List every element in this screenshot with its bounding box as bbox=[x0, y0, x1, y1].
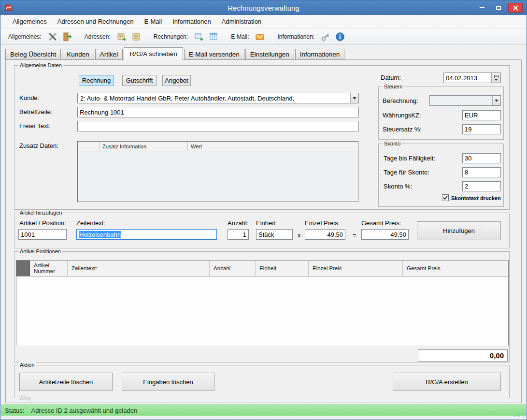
allgemeine-daten-group: Allgemeine Daten Rechnung Gutschrift Ang… bbox=[14, 65, 510, 210]
kunde-select[interactable]: 2: Auto- & Motorrad Handel GbR, Peter Au… bbox=[77, 93, 359, 103]
watermark-text: Blog bbox=[20, 395, 30, 401]
exit-button[interactable] bbox=[61, 30, 73, 43]
rechnung-button[interactable]: Rechnung bbox=[79, 75, 114, 86]
minimize-button[interactable] bbox=[475, 3, 489, 13]
waehrungskz-label: WährungsKZ: bbox=[383, 112, 421, 119]
status-bar: Status: Adresse ID 2 ausgewählt und gela… bbox=[1, 405, 526, 416]
address-book-button[interactable] bbox=[130, 30, 142, 43]
close-button[interactable] bbox=[508, 3, 523, 13]
tage-bis-faelligkeit-input[interactable] bbox=[462, 153, 501, 163]
betreffzeile-input[interactable] bbox=[77, 107, 359, 117]
tab-email-versenden[interactable]: E-Mail versenden bbox=[184, 49, 244, 60]
anzahl-input[interactable] bbox=[228, 229, 249, 240]
col-einheit[interactable]: Einheit bbox=[256, 261, 309, 276]
col-gesamt-preis[interactable]: Gesamt Preis bbox=[403, 261, 508, 276]
chevron-down-icon bbox=[350, 93, 358, 103]
tab-rga-schreiben[interactable]: R/G/A schreiben bbox=[124, 47, 183, 60]
anzahl-label: Anzahl: bbox=[228, 219, 248, 227]
address-add-button[interactable] bbox=[115, 30, 128, 43]
col-einzel-preis[interactable]: Einzel Preis bbox=[309, 261, 403, 276]
tab-einstellungen[interactable]: Einstellungen bbox=[245, 49, 294, 60]
eingaben-loeschen-button[interactable]: Eingaben löschen bbox=[122, 373, 214, 391]
col-row-selector[interactable] bbox=[16, 261, 30, 276]
menu-bar: Allgemeines Adressen und Rechnungen E-Ma… bbox=[0, 15, 527, 29]
datum-value: 04.02.2013 bbox=[446, 74, 491, 82]
zeilentext-input[interactable]: Holzeisenbahn bbox=[76, 229, 217, 240]
col-anzahl[interactable]: Anzahl bbox=[210, 261, 256, 276]
application-window: Rechnungsverwaltung Allgemeines Adressen… bbox=[0, 0, 527, 420]
einheit-input[interactable] bbox=[256, 229, 293, 240]
minimize-icon bbox=[480, 7, 484, 8]
key-button[interactable] bbox=[319, 30, 332, 43]
tab-informationen[interactable]: Informationen bbox=[295, 49, 345, 60]
toolbar-label-email: E-Mail: bbox=[231, 33, 249, 40]
tools-button[interactable] bbox=[46, 30, 59, 43]
status-message: Adresse ID 2 ausgewählt und geladen bbox=[31, 407, 137, 414]
einzelpreis-label: Einzel Preis: bbox=[305, 219, 340, 227]
zusatz-daten-table: Zusatz Information Wert bbox=[77, 141, 358, 202]
zusatz-col-wert[interactable]: Wert bbox=[188, 142, 358, 151]
rga-erstellen-button[interactable]: R/G/A erstellen bbox=[393, 373, 501, 391]
gesamtpreis-input[interactable] bbox=[361, 229, 409, 240]
toolbar-separator bbox=[80, 31, 80, 43]
artikel-position-input[interactable] bbox=[18, 229, 67, 240]
chevron-down-icon bbox=[494, 79, 498, 81]
toolbar-label-informationen: Informationen: bbox=[277, 33, 314, 40]
artikel-positionen-table: Artikel Nummer Zeilentext: Anzahl Einhei… bbox=[16, 260, 509, 346]
artikel-positionen-table-body[interactable] bbox=[16, 276, 508, 346]
allgemeine-daten-group-label: Allgemeine Daten bbox=[18, 62, 63, 68]
tage-fuer-skonto-label: Tage für Skonto: bbox=[384, 169, 429, 176]
tage-fuer-skonto-input[interactable] bbox=[462, 167, 501, 177]
menu-allgemeines[interactable]: Allgemeines bbox=[7, 15, 52, 28]
toolbar: Allgemeines: Adressen: bbox=[0, 29, 527, 45]
waehrungskz-input[interactable] bbox=[462, 110, 501, 120]
exit-door-icon bbox=[62, 32, 72, 42]
angebot-button[interactable]: Angebot bbox=[162, 75, 191, 86]
steuersatz-label: Steuersatz %: bbox=[383, 126, 422, 133]
gutschrift-button[interactable]: Gutschrift bbox=[122, 75, 157, 86]
zusatz-col-selector[interactable] bbox=[78, 142, 100, 151]
tab-artikel[interactable]: Artikel bbox=[95, 49, 123, 60]
zusatz-col-information[interactable]: Zusatz Information bbox=[100, 142, 188, 151]
aktion-group-label: Aktion bbox=[18, 362, 36, 368]
datum-label: Datum: bbox=[381, 74, 401, 81]
menu-email[interactable]: E-Mail bbox=[139, 15, 167, 28]
artikel-positionen-table-header: Artikel Nummer Zeilentext: Anzahl Einhei… bbox=[16, 261, 508, 276]
skonto-prozent-input[interactable] bbox=[462, 181, 501, 191]
email-button[interactable] bbox=[254, 30, 266, 43]
kunde-label: Kunde: bbox=[19, 94, 39, 101]
col-artikel-nummer[interactable]: Artikel Nummer bbox=[30, 261, 68, 276]
freier-text-label: Freier Text: bbox=[19, 122, 51, 130]
address-add-icon bbox=[117, 32, 127, 42]
menu-adressen-und-rechnungen[interactable]: Adressen und Rechnungen bbox=[52, 15, 139, 28]
menu-informationen[interactable]: Informationen bbox=[167, 15, 216, 28]
artikel-hinzufuegen-group: Artikel hinzufügen Artikel / Position: Z… bbox=[14, 213, 510, 248]
calendar-dropdown-button[interactable] bbox=[491, 73, 500, 83]
info-button[interactable] bbox=[334, 30, 346, 43]
skontotext-drucken-checkbox[interactable] bbox=[442, 194, 449, 201]
tab-kunden[interactable]: Kunden bbox=[62, 49, 94, 60]
col-zeilentext[interactable]: Zeilentext: bbox=[68, 261, 210, 276]
steuern-group-label: Steuern bbox=[383, 84, 404, 89]
multiply-symbol: x bbox=[298, 232, 301, 239]
steuersatz-input[interactable] bbox=[462, 124, 501, 134]
datum-picker[interactable]: 04.02.2013 bbox=[443, 72, 501, 83]
artikelzeile-loeschen-button[interactable]: Artikelzeile löschen bbox=[19, 373, 113, 391]
berechnung-select[interactable] bbox=[429, 95, 501, 106]
invoice-list-button[interactable] bbox=[207, 30, 220, 43]
tab-beleg-uebersicht[interactable]: Beleg Übersicht bbox=[5, 49, 61, 60]
einzelpreis-input[interactable] bbox=[305, 229, 345, 240]
app-icon bbox=[4, 3, 13, 12]
kunde-selected-value: 2: Auto- & Motorrad Handel GbR, Peter Au… bbox=[78, 95, 350, 102]
invoice-add-button[interactable] bbox=[193, 30, 205, 43]
selected-text: Holzeisenbahn bbox=[79, 231, 121, 238]
freier-text-input[interactable] bbox=[77, 121, 359, 131]
maximize-button[interactable] bbox=[492, 3, 505, 13]
close-icon bbox=[513, 5, 518, 11]
berechnung-label: Berechnung: bbox=[383, 97, 418, 104]
menu-administration[interactable]: Administration bbox=[216, 15, 267, 28]
toolbar-separator bbox=[226, 31, 227, 43]
toolbar-label-adressen: Adressen: bbox=[85, 33, 111, 40]
chevron-down-icon bbox=[492, 96, 500, 105]
hinzufuegen-button[interactable]: Hinzufügen bbox=[417, 221, 501, 240]
